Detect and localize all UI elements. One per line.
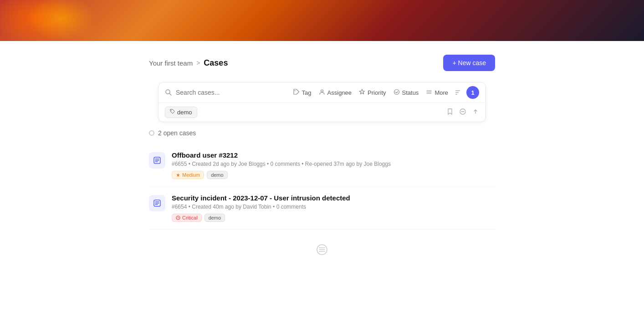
open-cases-indicator [149,130,154,136]
case-icon [149,152,165,169]
demo-tag-chip[interactable]: demo [165,107,197,118]
svg-point-3 [321,90,323,92]
case-item[interactable]: Offboard user #3212 #6655 • Created 2d a… [149,144,495,187]
case-title: Security incident - 2023-12-07 - User in… [172,194,495,202]
breadcrumb-team[interactable]: Your first team [149,59,193,67]
user-avatar[interactable]: 1 [466,86,479,99]
breadcrumb-current: Cases [204,58,228,68]
more-filter-label: More [434,89,448,96]
tag-icon [293,89,300,97]
header-banner [0,0,644,41]
main-content: Your first team > Cases + New case [0,41,644,328]
svg-line-1 [169,93,171,95]
sort-button[interactable] [455,89,461,96]
case-meta: #6654 • Created 40m ago by David Tobin •… [172,204,495,210]
priority-badge-medium: Medium [172,171,204,179]
tag-filter-button[interactable]: Tag [292,87,312,98]
more-filter-button[interactable]: More [425,87,449,98]
case-content: Offboard user #3212 #6655 • Created 2d a… [172,151,495,179]
status-icon [394,89,400,97]
status-filter-label: Status [402,89,419,96]
demo-tag-badge: demo [204,214,225,222]
search-input[interactable] [176,89,289,96]
breadcrumb-separator: > [196,59,200,67]
search-row: Tag Assignee [158,82,486,103]
priority-filter-button[interactable]: Priority [358,87,387,98]
assignee-filter-label: Assignee [327,89,352,96]
open-cases-label: 2 open cases [158,129,196,137]
tag-filter-label: Tag [302,89,312,96]
new-case-button[interactable]: + New case [443,55,495,71]
svg-point-4 [394,89,399,94]
search-icon [165,89,172,96]
svg-point-24 [178,218,178,219]
bottom-icon [0,230,644,272]
demo-tag-label: demo [177,109,192,116]
case-icon [149,195,165,211]
case-title: Offboard user #3212 [172,151,495,159]
search-filter-panel: Tag Assignee [158,82,486,122]
page-header: Your first team > Cases + New case [140,55,504,71]
page-container: Your first team > Cases + New case [0,0,644,328]
case-tags: Critical demo [172,214,495,222]
up-arrow-button[interactable] [472,108,479,117]
svg-point-11 [171,110,172,111]
svg-point-2 [294,90,295,91]
case-tags: Medium demo [172,171,495,179]
priority-icon [359,89,365,97]
minus-button[interactable] [459,108,466,117]
priority-filter-label: Priority [368,89,386,96]
bookmark-button[interactable] [446,108,454,117]
more-icon [426,89,432,97]
open-cases-header: 2 open cases [149,129,495,137]
breadcrumb: Your first team > Cases [149,58,228,68]
demo-tag-badge: demo [207,171,228,179]
case-meta: #6655 • Created 2d ago by Joe Bloggs • 0… [172,161,495,167]
assignee-icon [319,89,325,97]
assignee-filter-button[interactable]: Assignee [318,87,353,98]
cases-section: 2 open cases Offboard user #3212 #6655 •… [140,129,504,230]
status-filter-button[interactable]: Status [393,87,420,98]
case-item[interactable]: Security incident - 2023-12-07 - User in… [149,187,495,230]
priority-badge-critical: Critical [172,214,202,222]
case-content: Security incident - 2023-12-07 - User in… [172,194,495,222]
tag-chip-icon [170,109,175,116]
